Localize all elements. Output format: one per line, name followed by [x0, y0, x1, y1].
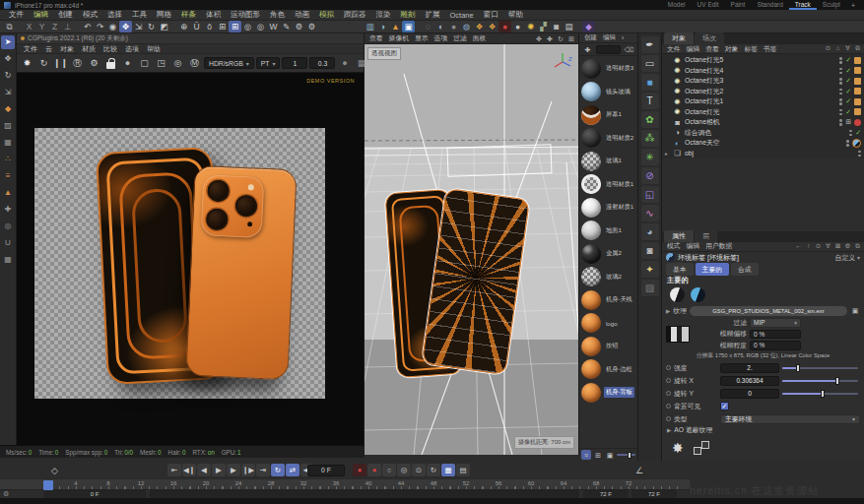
preset-dropdown[interactable]: 自定义	[835, 253, 860, 263]
material-preview-sphere[interactable]	[581, 337, 601, 356]
loop-icon[interactable]: ↻	[271, 464, 285, 476]
keyframe-scale-icon[interactable]: ⊙	[412, 464, 426, 476]
kernel-dropdown[interactable]: PT	[256, 57, 281, 69]
home-icon[interactable]: ⌂	[833, 44, 842, 53]
keyframe-diamond-icon[interactable]: ◇	[51, 466, 58, 475]
octane-logo-icon[interactable]: ✸	[20, 56, 34, 71]
viewport-menu-显示[interactable]: 显示	[412, 33, 432, 43]
select-cursor-icon[interactable]: ➤	[1, 35, 15, 49]
text-object-icon[interactable]: T	[641, 93, 659, 109]
viewport-menu-过滤[interactable]: 过滤	[450, 33, 470, 43]
slider-knob[interactable]	[628, 452, 631, 459]
object-row[interactable]: ◑综合调色✓	[662, 128, 864, 139]
sweep-icon[interactable]: ∿	[641, 205, 659, 221]
workspace-tab-standard[interactable]: Standard	[751, 0, 788, 10]
record-key-icon[interactable]: ●	[367, 464, 381, 476]
pen-tool-icon[interactable]: ✎	[280, 21, 293, 32]
edges-mode-icon[interactable]: ≡	[1, 169, 15, 183]
octane-tag-icon[interactable]	[854, 88, 861, 94]
material-item[interactable]: 屏幕1	[579, 103, 637, 127]
material-preview-sphere[interactable]	[581, 174, 601, 194]
material-item[interactable]: 玻璃2	[579, 266, 637, 289]
delete-material-button[interactable]: ⌫	[623, 43, 635, 55]
object-row[interactable]: ◐Octane天空	[662, 138, 864, 149]
param-value-field[interactable]: 2.	[720, 363, 779, 373]
panel-icon[interactable]: ⧉	[853, 44, 862, 53]
object-menu-对象[interactable]: 对象	[722, 44, 742, 54]
timeline-ruler[interactable]: 4812162024283236404448525660646872	[0, 478, 690, 490]
visibility-dots-icon[interactable]	[839, 88, 842, 95]
octane-tag-icon[interactable]	[854, 57, 861, 64]
menu-渲染[interactable]: 渲染	[371, 10, 396, 20]
mograph-icon-2[interactable]: ❖	[486, 21, 498, 32]
menu-运动图形[interactable]: 运动图形	[226, 10, 265, 20]
enabled-check-icon[interactable]: ✓	[845, 88, 851, 95]
material-preview-sphere[interactable]	[581, 290, 601, 310]
half-sphere-icon[interactable]: ◐	[434, 21, 447, 32]
browse-file-icon[interactable]: ▣	[850, 306, 860, 316]
workspace-tab-sculpt[interactable]: Sculpt	[817, 0, 846, 10]
axis-y-button[interactable]: Y	[35, 21, 48, 32]
param-slider[interactable]	[782, 376, 860, 386]
keyframe-pla-icon[interactable]: ▤	[456, 464, 470, 476]
texture-preview-thumb[interactable]	[666, 326, 690, 343]
param-checkbox[interactable]: ✓	[720, 402, 729, 410]
object-row[interactable]: ✺Octane灯光3✓	[662, 76, 864, 87]
material-picker-icon[interactable]: Ⓜ	[187, 56, 202, 71]
active-camera-icon[interactable]	[854, 119, 861, 126]
section-tab-基本[interactable]: 基本	[666, 263, 694, 276]
material-preview-sphere[interactable]	[581, 105, 601, 125]
add-material-button[interactable]: ✚	[581, 43, 594, 55]
env-texture-thumb-icon[interactable]	[691, 287, 705, 302]
move-tool-icon[interactable]: ✥	[119, 21, 132, 32]
camera-imager-icon[interactable]: ●	[337, 56, 352, 71]
model-mode-icon[interactable]: ◆	[1, 102, 15, 116]
landscape-icon[interactable]: ▞	[537, 21, 550, 32]
visibility-dots-icon[interactable]	[858, 150, 861, 158]
slider-knob[interactable]	[796, 364, 800, 372]
viewport-pan-icon[interactable]: ✥	[534, 33, 544, 43]
solo-icon[interactable]: ◎	[1, 220, 15, 233]
enabled-check-icon[interactable]: ✓	[845, 77, 851, 85]
scene-camera-icon[interactable]: ◙	[641, 242, 659, 259]
octane-menu-材质[interactable]: 材质	[78, 44, 100, 54]
octane-menu-选项[interactable]: 选项	[121, 44, 143, 54]
material-item[interactable]: 机身-边框	[579, 358, 637, 382]
volume-icon[interactable]: ◕	[641, 223, 659, 240]
env-texture-thumb-icon[interactable]	[670, 287, 685, 302]
pause-render-icon[interactable]: ❙❙	[53, 56, 68, 71]
menu-模拟[interactable]: 模拟	[314, 10, 339, 20]
viewport-menu-摄像机[interactable]: 摄像机	[386, 33, 412, 43]
goto-end-icon[interactable]: ⇥	[256, 464, 270, 476]
keyframe-position-icon[interactable]: ◎	[397, 464, 411, 476]
material-item[interactable]: 按钮	[579, 335, 637, 358]
rotate-icon[interactable]: ↻	[1, 69, 15, 83]
ramp-icon[interactable]: ∠	[635, 466, 643, 475]
search-icon[interactable]: ⊙	[814, 242, 823, 251]
param-value-field[interactable]: 0	[720, 389, 779, 399]
ping-pong-icon[interactable]: ⇄	[286, 464, 299, 476]
expand-arrow-icon[interactable]: ▸	[665, 151, 670, 157]
material-preview-sphere[interactable]	[581, 128, 601, 148]
workspace-tab-uv-edit[interactable]: UV Edit	[692, 0, 725, 10]
blur-offset-field[interactable]: 0 %	[750, 330, 801, 340]
octane-tag-icon[interactable]	[854, 98, 861, 105]
material-item[interactable]: 机身-背板	[579, 381, 637, 405]
workplane-mode-icon[interactable]: ▦	[1, 136, 15, 150]
object-menu-编辑[interactable]: 编辑	[684, 44, 703, 54]
viewport-menu-选项[interactable]: 选项	[432, 33, 451, 43]
area-light-gizmo[interactable]	[447, 144, 553, 177]
back-arrow-icon[interactable]: ←	[794, 242, 803, 251]
grid-view-icon[interactable]: ⊞	[593, 450, 603, 460]
protection-tag-icon[interactable]: ⊞	[845, 118, 851, 126]
material-item[interactable]: 透明材质3	[579, 57, 637, 81]
param-dropdown[interactable]: 主要环境	[720, 414, 860, 424]
slider-knob[interactable]	[821, 390, 825, 398]
menu-编辑[interactable]: 编辑	[29, 10, 53, 20]
octane-logo-icon[interactable]: ✸	[672, 440, 684, 456]
polygons-mode-icon[interactable]: ▲	[1, 186, 15, 200]
enabled-check-icon[interactable]: ✓	[855, 129, 861, 137]
gear-icon-a[interactable]: ⚙	[293, 21, 305, 32]
visibility-dots-icon[interactable]	[849, 129, 852, 137]
menu-模式[interactable]: 模式	[78, 10, 102, 20]
